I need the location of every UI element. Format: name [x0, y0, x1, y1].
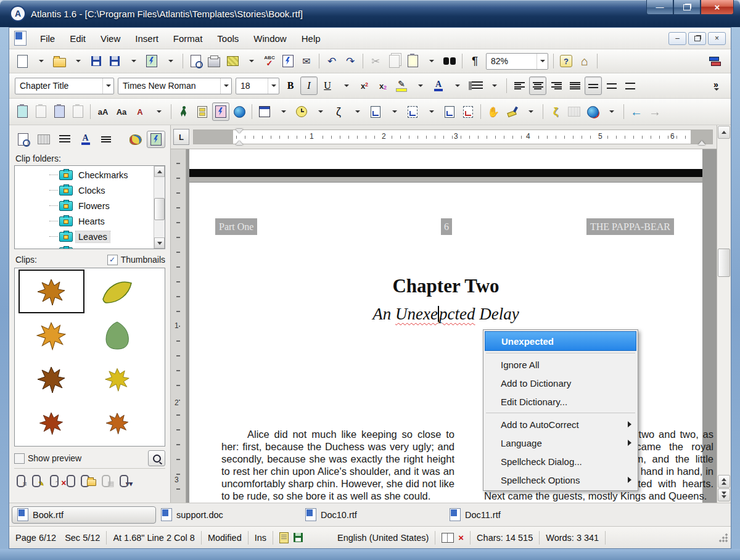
undo-button[interactable]: ↶	[323, 52, 340, 70]
columns-dropdown[interactable]	[485, 76, 503, 95]
line-spacing-2-button[interactable]	[622, 76, 639, 95]
scroll-up-button[interactable]	[154, 166, 165, 177]
print-preview-button[interactable]	[187, 52, 204, 70]
ruler-bar[interactable]: 1 2 3 4 5 6	[193, 130, 713, 144]
font-styles-button[interactable]: A	[76, 131, 95, 148]
menu-edit[interactable]: Edit	[62, 31, 93, 46]
clip-thumbnail[interactable]	[84, 401, 150, 445]
copy-button[interactable]	[385, 52, 403, 70]
spellcheck-button[interactable]: ABC✓	[261, 52, 278, 70]
line-spacing-15-button[interactable]	[603, 76, 620, 95]
maximize-button[interactable]	[673, 0, 701, 15]
tab-book-rtf[interactable]: Book.rtf	[12, 506, 156, 524]
online-dropdown[interactable]	[602, 102, 620, 121]
clip-library-button[interactable]	[212, 102, 229, 121]
menu-item-spellcheck-options[interactable]: Spellcheck Options	[485, 471, 636, 489]
document-canvas[interactable]: 1 2 3 Part One 6 THE PAPPA-BEAR Chapter …	[171, 149, 717, 503]
open-dropdown[interactable]	[69, 52, 86, 70]
paste-formatting-button[interactable]	[32, 102, 49, 121]
field-codes-button[interactable]	[565, 102, 583, 121]
toolbar-overflow-button[interactable]: »	[707, 76, 725, 95]
redo-button[interactable]: ↷	[342, 52, 359, 70]
save-special-dropdown[interactable]	[162, 52, 179, 70]
header-field-page-number[interactable]: 6	[441, 218, 452, 235]
menu-tools[interactable]: Tools	[210, 31, 246, 46]
toggle-case-button[interactable]: A	[131, 102, 149, 121]
insert-time-button[interactable]	[293, 102, 310, 121]
paragraph-styles-button[interactable]	[56, 131, 74, 148]
menu-item-language[interactable]: Language	[485, 434, 636, 452]
save-special-button[interactable]	[143, 52, 160, 70]
formatting-marks-button[interactable]: ¶	[466, 52, 483, 70]
scroll-up-button[interactable]	[718, 126, 730, 139]
insert-column-break-button[interactable]	[441, 102, 458, 121]
home-button[interactable]: ⌂	[576, 52, 593, 70]
resize-grip[interactable]	[718, 533, 728, 543]
help-button[interactable]: ?	[557, 52, 575, 70]
save-all-button[interactable]	[106, 52, 123, 70]
zoom-dropdown[interactable]	[536, 54, 548, 69]
preview-zoom-button[interactable]	[148, 450, 165, 466]
insert-break-button[interactable]	[367, 102, 384, 121]
tree-scrollbar[interactable]	[154, 166, 165, 249]
status-spellcheck[interactable]: ×	[435, 531, 471, 545]
header-field-left[interactable]: Part One	[215, 218, 257, 235]
highlight-dropdown[interactable]	[411, 76, 429, 95]
menu-help[interactable]: Help	[294, 31, 328, 46]
vertical-ruler[interactable]: 1 2 3	[171, 149, 186, 503]
font-color-button[interactable]: A	[430, 76, 447, 95]
bold-button[interactable]: B	[282, 76, 299, 95]
thumbnails-checkbox[interactable]: ✓	[107, 255, 118, 265]
superscript-button[interactable]: x2	[356, 76, 373, 95]
style-dropdown[interactable]	[102, 78, 113, 94]
clip-thumbnail[interactable]	[18, 401, 84, 445]
paste-style-button[interactable]	[69, 102, 86, 121]
encrypt-dropdown[interactable]	[242, 52, 260, 70]
align-center-button[interactable]	[529, 76, 546, 95]
insert-page-break-red-button[interactable]	[459, 102, 477, 121]
tab-stop-selector[interactable]: L	[173, 129, 189, 145]
font-size-combobox[interactable]: 18	[236, 78, 279, 94]
format-painter-dropdown[interactable]	[522, 102, 539, 121]
hanging-indent-marker[interactable]	[236, 141, 243, 145]
zoom-combobox[interactable]: 82%	[486, 53, 548, 70]
chapter-subtitle[interactable]: An Unexepcted Delay	[189, 305, 702, 324]
new-document-button[interactable]	[14, 52, 31, 70]
clip-folders-tree[interactable]: Checkmarks Clocks Flowers Hearts Leaves	[14, 165, 165, 249]
right-indent-marker[interactable]	[698, 141, 705, 145]
menu-item-add-to-dictionary[interactable]: Add to Dictionary	[485, 374, 636, 392]
insert-section-break-button[interactable]	[404, 102, 421, 121]
mdi-restore-button[interactable]	[688, 32, 706, 45]
mdi-minimize-button[interactable]: –	[668, 32, 686, 45]
online-spellcheck-button[interactable]	[584, 102, 601, 121]
tab-doc10-rtf[interactable]: Doc10.rtf	[300, 506, 445, 524]
encrypt-button[interactable]	[224, 52, 241, 70]
break-dropdown[interactable]	[385, 102, 403, 121]
document-scrollbar[interactable]	[717, 125, 731, 503]
browse-previous-button[interactable]	[718, 475, 730, 488]
scrollbar-thumb[interactable]	[718, 249, 730, 277]
copy-formatting-button[interactable]	[14, 102, 31, 121]
insert-symbol-button[interactable]: ζ	[330, 102, 347, 121]
uppercase-button[interactable]: Aa	[113, 102, 130, 121]
align-right-button[interactable]	[548, 76, 565, 95]
autocorrect-button[interactable]	[279, 52, 297, 70]
clip-thumbnail[interactable]	[84, 270, 150, 313]
section-marker-button[interactable]: ζ	[547, 102, 564, 121]
status-page-section[interactable]: Page 6/12 Sec 5/12	[9, 531, 107, 545]
status-position[interactable]: At 1.68" Line 2 Col 8	[107, 531, 202, 545]
underline-button[interactable]: U	[319, 76, 336, 95]
clip-thumbnail[interactable]	[84, 357, 150, 401]
subscript-button[interactable]: x2	[374, 76, 392, 95]
insert-date-button[interactable]	[256, 102, 273, 121]
lowercase-button[interactable]: aA	[94, 102, 112, 121]
insert-clip-button[interactable]: ≡	[17, 475, 27, 487]
scrollbar-thumb[interactable]	[154, 198, 165, 220]
tree-item-clocks[interactable]: Clocks	[15, 183, 154, 198]
align-left-button[interactable]	[511, 76, 528, 95]
menu-item-add-to-autocorrect[interactable]: Add to AutoCorrect	[485, 415, 636, 434]
find-button[interactable]	[441, 52, 458, 70]
palette-button[interactable]	[126, 131, 145, 148]
menu-item-ignore-all[interactable]: Ignore All	[485, 355, 636, 374]
menu-file[interactable]: File	[33, 31, 62, 46]
